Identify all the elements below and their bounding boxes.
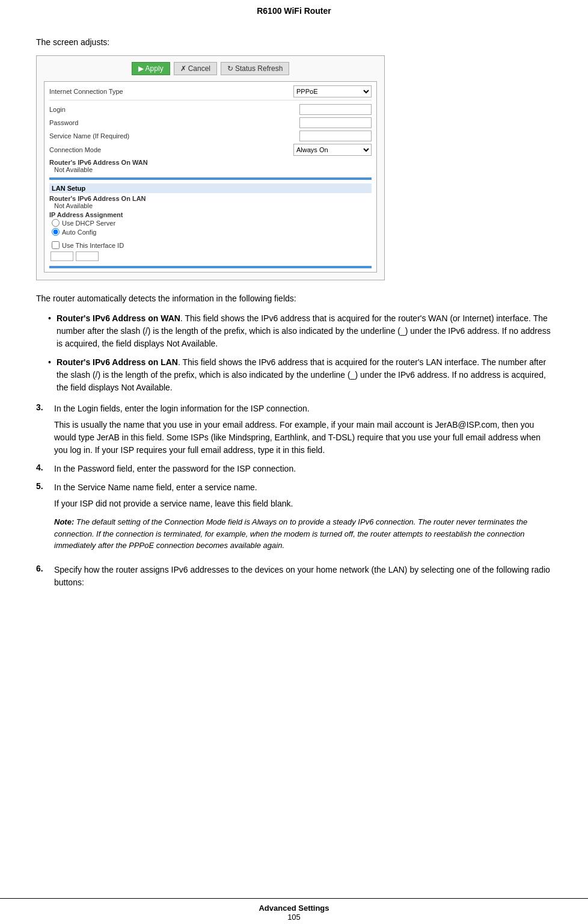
step5-note: Note: The default setting of the Connect… [54,516,552,552]
step3-content: In the Login fields, enter the login inf… [54,402,552,457]
page-title: R6100 WiFi Router [0,0,588,19]
interface-id-inputs [49,251,372,261]
interface-id-input2[interactable] [76,251,99,261]
login-label: Login [49,106,66,113]
lan-ipv6-label: Router's IPv6 Address On LAN [49,195,372,202]
step6-number: 6. [36,564,48,589]
interface-id-input1[interactable] [51,251,73,261]
apply-arrow-icon: ▶ [138,64,144,73]
password-input[interactable] [299,117,372,128]
wan-ipv6-label: Router's IPv6 Address On WAN [49,159,372,166]
autoconfig-radio[interactable] [52,228,60,236]
connection-mode-select[interactable]: Always On [293,144,372,156]
interface-id-label: Use This Interface ID [62,242,124,249]
wan-ipv6-value: Not Available [49,166,372,173]
autoconfig-label: Auto Config [62,229,96,236]
intro-text: The screen adjusts: [36,37,552,47]
step5: 5. In the Service Name name field, enter… [36,481,552,558]
dhcp-radio[interactable] [52,219,60,227]
status-label: Status Refresh [235,64,283,73]
connection-type-select[interactable]: PPPoE [293,85,372,97]
lan-ipv6-value: Not Available [49,202,372,209]
cancel-label: Cancel [188,64,210,73]
dhcp-label: Use DHCP Server [62,220,115,227]
bullet-wan: Router's IPv6 Address on WAN. This field… [48,312,552,350]
step5-main: In the Service Name name field, enter a … [54,481,552,494]
status-refresh-button[interactable]: ↻ Status Refresh [221,62,289,75]
lan-setup-header: LAN Setup [49,183,372,193]
feature-bullet-list: Router's IPv6 Address on WAN. This field… [36,312,552,394]
step5-content: In the Service Name name field, enter a … [54,481,552,558]
cancel-x-icon: ✗ [180,64,186,73]
step6-content: Specify how the router assigns IPv6 addr… [54,564,552,589]
step4-number: 4. [36,463,48,475]
auto-detect-label: The router automatically detects the inf… [36,294,296,303]
interface-id-checkbox[interactable] [52,241,60,249]
footer-page: 105 [0,913,588,922]
intro-label: The screen adjusts: [36,37,109,47]
service-name-label: Service Name (If Required) [49,132,129,140]
cancel-button[interactable]: ✗ Cancel [174,62,217,75]
note-text: The default setting of the Connection Mo… [54,517,527,550]
screenshot-panel: ▶ Apply ✗ Cancel ↻ Status Refresh Intern… [36,55,385,280]
step3-number: 3. [36,402,48,457]
apply-label: Apply [145,64,164,73]
step4: 4. In the Password field, enter the pass… [36,463,552,475]
step3-main: In the Login fields, enter the login inf… [54,402,552,415]
screenshot-toolbar: ▶ Apply ✗ Cancel ↻ Status Refresh [44,62,377,75]
auto-detect-text: The router automatically detects the inf… [36,292,552,305]
lan-term: Router's IPv6 Address on LAN [57,357,178,367]
header-title: R6100 WiFi Router [257,6,331,16]
blue-separator [49,177,372,180]
service-name-input[interactable] [299,131,372,141]
bullet-lan: Router's IPv6 Address on LAN. This field… [48,356,552,394]
blue-separator-bottom [49,266,372,268]
login-input[interactable] [299,104,372,115]
password-label: Password [49,119,78,126]
connection-mode-label: Connection Mode [49,146,101,153]
step5-number: 5. [36,481,48,558]
step5-detail: If your ISP did not provide a service na… [54,497,552,510]
refresh-icon: ↻ [227,64,233,73]
footer-section: Advanced Settings [0,904,588,913]
step4-content: In the Password field, enter the passwor… [54,463,552,475]
step3: 3. In the Login fields, enter the login … [36,402,552,457]
wan-term: Router's IPv6 Address on WAN [57,313,180,323]
step6: 6. Specify how the router assigns IPv6 a… [36,564,552,589]
page-footer: Advanced Settings 105 [0,898,588,924]
step3-detail: This is usually the name that you use in… [54,419,552,457]
note-label: Note: [54,517,74,526]
ip-assign-label: IP Address Assignment [49,211,372,218]
apply-button[interactable]: ▶ Apply [132,62,170,75]
connection-type-label: Internet Connection Type [49,88,123,95]
